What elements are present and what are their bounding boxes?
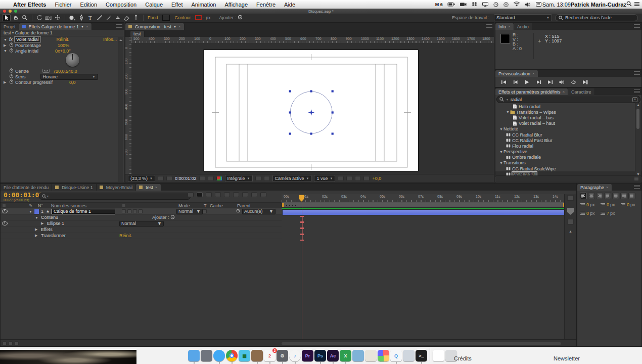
eye-icon[interactable] <box>2 209 8 213</box>
twirl-icon[interactable] <box>4 69 8 73</box>
justify-last-right-button[interactable] <box>620 193 627 199</box>
col-trkmat[interactable]: Cache <box>210 203 223 208</box>
comp-current-time[interactable]: 0:00:01:02 <box>175 176 197 181</box>
workspace-dropdown[interactable]: Standard▼ <box>494 14 552 21</box>
preset-item[interactable]: CC Radial Blur <box>495 132 641 138</box>
twirl-icon[interactable]: ▶ <box>4 80 8 84</box>
preset-item[interactable]: ▼Netteté <box>495 126 641 132</box>
work-area-bar[interactable] <box>282 203 566 208</box>
menu-composition[interactable]: Composition <box>106 2 136 8</box>
ram-preview-button[interactable] <box>581 79 589 85</box>
stroke-color-swatch[interactable] <box>195 15 202 20</box>
tab-effects-presets[interactable]: Effets et paramètres prédéfinis× <box>495 88 568 95</box>
menu-fenêtre[interactable]: Fenêtre <box>256 2 276 8</box>
audio-button[interactable] <box>558 79 566 85</box>
layer-mode-dropdown[interactable]: Normal▼ <box>176 209 203 214</box>
layer-duration-bar[interactable] <box>282 209 565 215</box>
notification-box-icon[interactable] <box>536 2 541 7</box>
dock-photos-icon[interactable] <box>378 350 389 361</box>
property-value[interactable]: 720,0,540,0 <box>53 69 77 74</box>
preset-item[interactable]: Volet radial – bas <box>495 115 641 120</box>
twirl-icon[interactable]: ▼ <box>4 49 8 53</box>
zoom-tool[interactable] <box>20 14 29 21</box>
indent-right-field[interactable]: 0px <box>620 202 640 207</box>
spotlight-icon[interactable] <box>626 1 632 8</box>
anchor-point[interactable] <box>308 109 314 116</box>
motion-blur-icon[interactable] <box>224 192 230 197</box>
timeline-h-scrollbar[interactable] <box>282 342 561 345</box>
effect-property-pourcentage[interactable]: ▶Pourcentage100% <box>1 42 124 48</box>
fill-color-swatch[interactable] <box>162 15 170 21</box>
menu-aide[interactable]: Aide <box>284 2 295 8</box>
first-frame-button[interactable] <box>499 79 508 85</box>
effect-property-angle-initial[interactable]: ▼Angle initial0x+0,0° <box>1 48 124 54</box>
property-group-label[interactable]: Transformer <box>41 233 66 238</box>
layer-twirl[interactable]: ▼ <box>29 210 33 213</box>
clear-search-icon[interactable]: × <box>632 97 637 102</box>
menu-animation[interactable]: Animation <box>192 2 216 8</box>
effects-presets-scrollbar[interactable]: ▲ ▼ <box>635 103 641 176</box>
preset-item[interactable]: Ombre radiale <box>495 155 641 160</box>
panel-menu-icon[interactable] <box>634 24 640 28</box>
pickwhip-icon[interactable] <box>236 209 240 214</box>
twirl-icon[interactable]: ▶ <box>41 221 45 225</box>
comp-marker-bin-icon[interactable] <box>567 195 574 201</box>
draft-3d-icon[interactable] <box>197 192 203 197</box>
brush-tool[interactable] <box>104 14 113 21</box>
comp-viewer-tab[interactable]: test <box>130 31 145 37</box>
expand-modes-icon[interactable] <box>9 341 13 345</box>
battery-icon[interactable] <box>448 2 455 7</box>
comp-flowchart-icon[interactable] <box>567 219 574 224</box>
col-parent[interactable]: Parent <box>237 203 251 208</box>
twirl-icon[interactable]: ▶ <box>4 43 8 48</box>
space-before-field[interactable]: 0px <box>580 211 600 216</box>
effect-property-sens[interactable]: SensHoraire▼ <box>1 74 124 79</box>
last-frame-button[interactable] <box>546 79 555 85</box>
selection-tool[interactable] <box>2 14 11 21</box>
line-tool[interactable] <box>95 14 104 21</box>
time-ruler[interactable]: 00s01s02s03s04s05s06s07s08s09s10s11s12s1… <box>282 194 566 203</box>
shape-tool[interactable] <box>68 14 76 21</box>
dock-office-app-icon[interactable] <box>365 350 377 361</box>
col-mode[interactable]: Mode <box>178 203 190 208</box>
text-tool[interactable]: T <box>86 14 95 21</box>
tab-preview[interactable]: Prévisualisation× <box>495 70 538 77</box>
preset-item[interactable]: Flou radial <box>495 143 641 149</box>
view-layout-dropdown[interactable]: 1 vue▼ <box>314 175 335 182</box>
snapshot-icon[interactable] <box>199 176 205 181</box>
stopwatch-icon[interactable] <box>9 74 14 79</box>
next-frame-button[interactable] <box>534 79 543 85</box>
justify-last-center-button[interactable] <box>612 193 619 199</box>
label-column-icon[interactable]: ✎ <box>29 203 33 208</box>
justify-all-button[interactable] <box>628 193 635 199</box>
twirl-icon[interactable]: ▼ <box>35 216 39 219</box>
stroke-width-value[interactable]: - px <box>203 15 211 20</box>
space-after-field[interactable]: 7px <box>600 211 620 216</box>
timeline-tab-test[interactable]: test× <box>136 184 161 191</box>
help-search-input[interactable]: Rechercher dans l'aide <box>555 14 638 21</box>
align-left-button[interactable] <box>580 193 587 199</box>
magnification-dropdown[interactable]: (33,3 %)▼ <box>128 175 155 182</box>
fast-preview-icon[interactable] <box>346 176 352 181</box>
exposure-value[interactable]: +0,0 <box>372 176 381 181</box>
add-shape-icon[interactable] <box>238 15 243 21</box>
stopwatch-icon[interactable] <box>9 79 14 85</box>
airplay-icon[interactable] <box>482 2 488 7</box>
clone-tool[interactable] <box>113 14 122 21</box>
property-row-transformer[interactable]: ▶TransformerRéinit. <box>1 233 282 239</box>
menu-clock[interactable]: Sam. 13:09 <box>542 2 571 8</box>
dock-after-effects-icon[interactable]: Ae <box>327 350 339 361</box>
eraser-tool[interactable] <box>122 14 131 21</box>
mask-visibility-icon[interactable] <box>166 176 172 181</box>
grid-guides-icon[interactable] <box>158 176 164 181</box>
stopwatch-icon[interactable] <box>9 42 14 48</box>
effect-header-row[interactable]: ▼ fx Volet radial Réinit. Infos... <box>1 36 124 42</box>
camera-icon[interactable] <box>460 2 467 7</box>
notification-center-icon[interactable] <box>634 2 640 8</box>
preset-item[interactable]: ▼Perspective <box>495 149 641 155</box>
indent-left-field[interactable]: 0px <box>580 202 600 207</box>
col-number[interactable]: N° <box>38 203 43 208</box>
stopwatch-icon[interactable] <box>9 48 14 54</box>
dock-globe-app-icon[interactable] <box>352 350 364 361</box>
flowchart-icon[interactable] <box>363 176 370 181</box>
